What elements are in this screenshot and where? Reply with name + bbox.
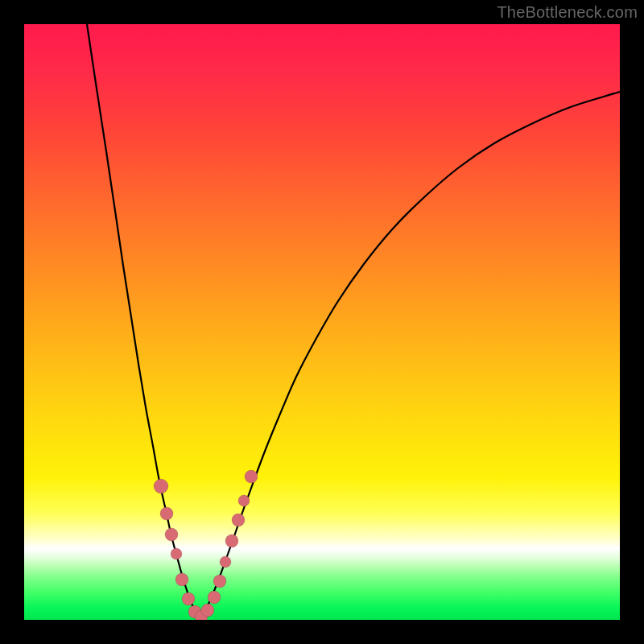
data-dot xyxy=(201,604,214,617)
data-dot xyxy=(154,479,168,493)
chart-frame: TheBottleneck.com xyxy=(0,0,644,644)
data-dot xyxy=(171,548,182,559)
watermark-text: TheBottleneck.com xyxy=(497,3,638,22)
data-dot xyxy=(165,528,178,541)
data-dot xyxy=(208,591,221,604)
data-dot xyxy=(182,592,195,605)
data-dot xyxy=(175,573,188,586)
data-dot xyxy=(245,470,258,483)
bottleneck-curve xyxy=(24,24,620,620)
data-dot xyxy=(225,535,238,547)
data-dot xyxy=(160,507,173,520)
data-dot xyxy=(238,495,250,506)
data-dot xyxy=(213,575,226,588)
plot-area xyxy=(24,24,620,620)
data-dot xyxy=(232,514,245,526)
data-dot xyxy=(220,556,231,568)
